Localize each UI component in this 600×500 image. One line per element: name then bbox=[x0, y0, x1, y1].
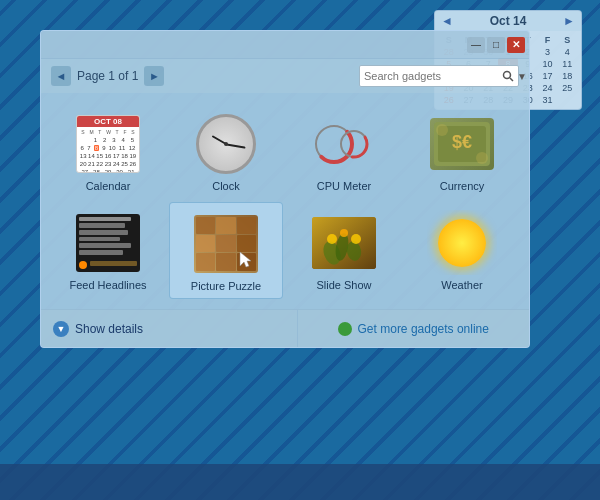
gadget-panel: — □ ✕ ◄ Page 1 of 1 ► ▼ OCT bbox=[40, 30, 530, 348]
show-details-button[interactable]: ▼ Show details bbox=[41, 310, 297, 347]
svg-point-0 bbox=[504, 72, 511, 79]
svg-marker-11 bbox=[240, 252, 251, 267]
weather-gadget-icon bbox=[427, 210, 497, 275]
cpu-gadget-icon bbox=[309, 111, 379, 176]
maximize-button[interactable]: □ bbox=[487, 37, 505, 53]
gadget-item-weather[interactable]: Weather bbox=[405, 202, 519, 299]
calendar-prev-btn[interactable]: ◄ bbox=[441, 14, 453, 28]
show-details-label: Show details bbox=[75, 322, 143, 336]
cal-day[interactable]: 18 bbox=[557, 70, 577, 82]
gadget-item-currency[interactable]: $€ Currency bbox=[405, 103, 519, 198]
cal-day bbox=[557, 94, 577, 106]
currency-gadget-icon: $€ bbox=[427, 111, 497, 176]
cal-day[interactable]: 10 bbox=[538, 58, 558, 70]
gadget-item-calendar[interactable]: OCT 08 SMTWTFS 12345 6789101112 13141516… bbox=[51, 103, 165, 198]
get-more-gadgets-link[interactable]: Get more gadgets online bbox=[297, 310, 530, 347]
svg-text:$€: $€ bbox=[452, 132, 472, 152]
gadget-name-feed: Feed Headlines bbox=[69, 279, 146, 291]
minimize-button[interactable]: — bbox=[467, 37, 485, 53]
gadget-item-puzzle[interactable]: Picture Puzzle bbox=[169, 202, 283, 299]
day-header-sat: S bbox=[557, 34, 577, 46]
cal-day[interactable]: 25 bbox=[557, 82, 577, 94]
panel-footer: ▼ Show details Get more gadgets online bbox=[41, 309, 529, 347]
get-more-label: Get more gadgets online bbox=[358, 322, 489, 336]
cal-day[interactable]: 31 bbox=[538, 94, 558, 106]
slideshow-gadget-icon bbox=[309, 210, 379, 275]
cal-day[interactable]: 3 bbox=[538, 46, 558, 58]
gadget-name-clock: Clock bbox=[212, 180, 240, 192]
svg-line-1 bbox=[510, 78, 513, 81]
chevron-down-icon: ▼ bbox=[53, 321, 69, 337]
gadget-name-currency: Currency bbox=[440, 180, 485, 192]
gadget-item-slideshow[interactable]: Slide Show bbox=[287, 202, 401, 299]
svg-point-17 bbox=[340, 229, 348, 237]
svg-point-18 bbox=[351, 234, 361, 244]
panel-titlebar: — □ ✕ bbox=[41, 31, 529, 59]
page-next-button[interactable]: ► bbox=[144, 66, 164, 86]
cal-day[interactable]: 24 bbox=[538, 82, 558, 94]
gadget-name-slideshow: Slide Show bbox=[316, 279, 371, 291]
cal-day[interactable]: 17 bbox=[538, 70, 558, 82]
svg-point-16 bbox=[327, 234, 337, 244]
cal-day[interactable]: 11 bbox=[557, 58, 577, 70]
puzzle-gadget-icon bbox=[191, 211, 261, 276]
calendar-title: Oct 14 bbox=[490, 14, 527, 28]
gadget-name-cpu: CPU Meter bbox=[317, 180, 371, 192]
close-button[interactable]: ✕ bbox=[507, 37, 525, 53]
clock-gadget-icon bbox=[191, 111, 261, 176]
globe-icon bbox=[338, 322, 352, 336]
clock-minute-hand bbox=[226, 143, 246, 148]
calendar-next-btn[interactable]: ► bbox=[563, 14, 575, 28]
gadget-name-puzzle: Picture Puzzle bbox=[191, 280, 261, 292]
page-navigation: ◄ Page 1 of 1 ► bbox=[51, 66, 164, 86]
gadget-item-cpu[interactable]: CPU Meter bbox=[287, 103, 401, 198]
gadget-item-feed[interactable]: Feed Headlines bbox=[51, 202, 165, 299]
gadget-item-clock[interactable]: Clock bbox=[169, 103, 283, 198]
search-input[interactable] bbox=[364, 70, 502, 82]
svg-point-10 bbox=[476, 152, 488, 164]
search-icon bbox=[502, 70, 514, 82]
svg-point-9 bbox=[436, 124, 448, 136]
taskbar bbox=[0, 464, 600, 500]
gadget-name-weather: Weather bbox=[441, 279, 482, 291]
page-indicator: Page 1 of 1 bbox=[77, 69, 138, 83]
clock-center bbox=[224, 142, 228, 146]
gadget-name-calendar: Calendar bbox=[86, 180, 131, 192]
currency-icon-display: $€ bbox=[430, 118, 494, 170]
cal-day[interactable]: 4 bbox=[557, 46, 577, 58]
search-box[interactable]: ▼ bbox=[359, 65, 519, 87]
panel-toolbar: ◄ Page 1 of 1 ► ▼ bbox=[41, 59, 529, 93]
gadgets-grid: OCT 08 SMTWTFS 12345 6789101112 13141516… bbox=[41, 93, 529, 309]
search-button[interactable]: ▼ bbox=[502, 70, 527, 82]
day-header-fri: F bbox=[538, 34, 558, 46]
calendar-gadget-icon: OCT 08 SMTWTFS 12345 6789101112 13141516… bbox=[73, 111, 143, 176]
page-prev-button[interactable]: ◄ bbox=[51, 66, 71, 86]
feed-gadget-icon bbox=[73, 210, 143, 275]
